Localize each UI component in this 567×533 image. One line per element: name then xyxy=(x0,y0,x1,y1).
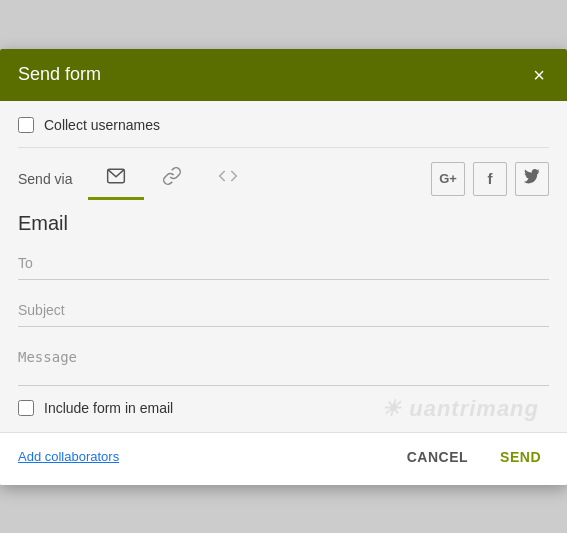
send-via-row: Send via xyxy=(18,147,549,200)
collect-usernames-label: Collect usernames xyxy=(44,117,160,133)
google-plus-icon: G+ xyxy=(439,171,457,186)
send-tab-email[interactable] xyxy=(88,158,144,200)
dialog-footer: Add collaborators CANCEL SEND xyxy=(0,432,567,485)
collect-usernames-checkbox[interactable] xyxy=(18,117,34,133)
send-tab-link[interactable] xyxy=(144,158,200,200)
send-button[interactable]: SEND xyxy=(492,443,549,471)
embed-icon xyxy=(218,166,238,191)
dialog-title: Send form xyxy=(18,64,101,85)
email-heading: Email xyxy=(18,212,549,235)
link-icon xyxy=(162,166,182,191)
subject-field-container xyxy=(18,298,549,327)
send-form-dialog: Send form × Collect usernames Send via xyxy=(0,49,567,485)
include-form-row: Include form in email ☀ uantrimang xyxy=(18,400,549,432)
dialog-body: Collect usernames Send via xyxy=(0,101,567,432)
send-tab-embed[interactable] xyxy=(200,158,256,200)
subject-input[interactable] xyxy=(18,298,549,322)
send-via-label: Send via xyxy=(18,171,72,187)
include-form-label: Include form in email xyxy=(44,400,173,416)
message-input[interactable] xyxy=(18,345,549,377)
to-input[interactable] xyxy=(18,251,549,275)
message-field-container xyxy=(18,345,549,386)
send-via-tabs xyxy=(88,158,431,200)
to-field-container xyxy=(18,251,549,280)
social-icons: G+ f xyxy=(431,162,549,196)
twitter-button[interactable] xyxy=(515,162,549,196)
dialog-header: Send form × xyxy=(0,49,567,101)
include-form-checkbox[interactable] xyxy=(18,400,34,416)
footer-buttons: CANCEL SEND xyxy=(399,443,549,471)
close-button[interactable]: × xyxy=(529,63,549,87)
facebook-button[interactable]: f xyxy=(473,162,507,196)
twitter-icon xyxy=(524,169,540,189)
add-collaborators-button[interactable]: Add collaborators xyxy=(18,449,119,464)
facebook-icon: f xyxy=(488,170,493,187)
google-plus-button[interactable]: G+ xyxy=(431,162,465,196)
cancel-button[interactable]: CANCEL xyxy=(399,443,476,471)
collect-usernames-row: Collect usernames xyxy=(18,117,549,133)
watermark: ☀ uantrimang xyxy=(381,396,539,422)
email-icon xyxy=(106,166,126,191)
email-section: Email Include form in email ☀ uantrimang xyxy=(18,200,549,432)
